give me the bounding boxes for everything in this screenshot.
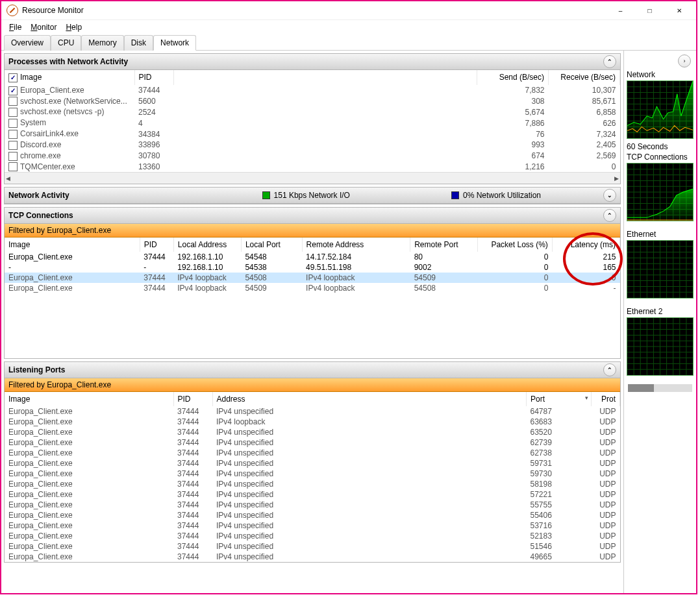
table-row[interactable]: Europa_Client.exe37444IPv4 loopback63683… [5, 417, 620, 427]
graph-label-eth: Ethernet [627, 230, 694, 239]
tcp-graph [627, 163, 694, 221]
checkbox-icon[interactable] [8, 97, 18, 106]
table-row[interactable]: Europa_Client.exe37444IPv4 unspecified52… [5, 531, 620, 541]
checkbox-icon[interactable] [8, 86, 18, 95]
table-row[interactable]: Europa_Client.exe37444IPv4 unspecified55… [5, 510, 620, 520]
table-row[interactable]: Europa_Client.exe37444IPv4 unspecified51… [5, 541, 620, 552]
titlebar[interactable]: Resource Monitor – □ ✕ [1, 1, 696, 20]
legend-dot-green [262, 191, 270, 199]
graph-label-network: Network [627, 70, 694, 79]
table-row[interactable]: Europa_Client.exe37444IPv4 unspecified62… [5, 448, 620, 458]
table-row[interactable]: Europa_Client.exe37444IPv4 unspecified58… [5, 479, 620, 489]
tcp-filter-bar: Filtered by Europa_Client.exe [5, 224, 620, 238]
table-row[interactable]: CorsairLink4.exe34384767,324 [5, 128, 620, 140]
tcp-connections-panel: TCP Connections ⌃ Filtered by Europa_Cli… [4, 207, 621, 359]
graph-label-60s: 60 Seconds [627, 142, 694, 151]
checkbox-all-icon[interactable] [8, 73, 18, 82]
processes-table: Image PID Send (B/sec) Receive (B/sec) E… [5, 70, 620, 172]
tab-disk[interactable]: Disk [124, 35, 153, 51]
right-sidebar: › Network 60 Seconds TCP Connection [623, 51, 696, 593]
table-row[interactable]: svchost.exe (netsvcs -p)25245,6746,858 [5, 106, 620, 117]
checkbox-icon[interactable] [8, 152, 18, 161]
collapse-button[interactable]: ⌃ [603, 209, 616, 222]
ethernet-graph [627, 240, 694, 298]
network-activity-panel: Network Activity 151 Kbps Network I/O 0%… [4, 187, 621, 204]
legend-dot-blue [451, 191, 459, 199]
table-row[interactable]: chrome.exe307806742,569 [5, 151, 620, 162]
close-button[interactable]: ✕ [664, 1, 694, 19]
tab-network[interactable]: Network [153, 35, 196, 51]
listening-ports-table: Image PID Address Port Prot Europa_Clien… [5, 392, 620, 562]
table-row[interactable]: Europa_Client.exe374447,83210,307 [5, 85, 620, 96]
table-row[interactable]: Europa_Client.exe37444IPv4 loopback54508… [5, 273, 620, 283]
tab-strip: Overview CPU Memory Disk Network [1, 34, 696, 51]
resource-monitor-window: Resource Monitor – □ ✕ File Monitor Help… [0, 0, 697, 594]
network-graph [627, 80, 694, 139]
app-icon [6, 5, 18, 16]
left-pane[interactable]: Processes with Network Activity ⌃ Image … [1, 51, 623, 593]
checkbox-icon[interactable] [8, 119, 18, 128]
ethernet2-graph [627, 317, 694, 376]
listening-ports-header[interactable]: Listening Ports ⌃ [5, 362, 620, 378]
checkbox-icon[interactable] [8, 141, 18, 150]
tcp-header[interactable]: TCP Connections ⌃ [5, 208, 620, 224]
table-row[interactable]: TQMCenter.exe133601,2160 [5, 162, 620, 173]
table-row[interactable]: Europa_Client.exe37444IPv4 unspecified62… [5, 437, 620, 448]
table-header-row[interactable]: Image PID Address Port Prot [5, 392, 620, 406]
processes-title: Processes with Network Activity [8, 57, 128, 66]
checkbox-icon[interactable] [8, 162, 18, 171]
maximize-button[interactable]: □ [635, 1, 664, 19]
listening-ports-panel: Listening Ports ⌃ Filtered by Europa_Cli… [4, 361, 621, 563]
checkbox-icon[interactable] [8, 130, 18, 139]
table-header-row[interactable]: Image PID Send (B/sec) Receive (B/sec) [5, 70, 620, 85]
sidebar-scrollbar[interactable] [628, 384, 692, 392]
table-row[interactable]: svchost.exe (NetworkService...560030885,… [5, 96, 620, 107]
horiz-scrollbar[interactable]: ◀▶ [5, 172, 620, 184]
window-title: Resource Monitor [22, 6, 84, 15]
table-row[interactable]: Europa_Client.exe37444IPv4 unspecified64… [5, 406, 620, 417]
processes-header[interactable]: Processes with Network Activity ⌃ [5, 54, 620, 70]
tcp-table: Image PID Local Address Local Port Remot… [5, 238, 620, 293]
table-row[interactable]: Europa_Client.exe37444IPv4 unspecified59… [5, 458, 620, 469]
collapse-button[interactable]: ⌃ [603, 363, 616, 376]
processes-panel: Processes with Network Activity ⌃ Image … [4, 53, 621, 184]
table-row[interactable]: Europa_Client.exe37444IPv4 unspecified53… [5, 520, 620, 531]
table-row[interactable]: Europa_Client.exe37444IPv4 unspecified63… [5, 427, 620, 437]
listen-filter-bar: Filtered by Europa_Client.exe [5, 378, 620, 392]
table-row[interactable]: Europa_Client.exe37444IPv4 unspecified57… [5, 489, 620, 500]
tab-overview[interactable]: Overview [4, 35, 51, 51]
tab-memory[interactable]: Memory [81, 35, 123, 51]
network-activity-header[interactable]: Network Activity 151 Kbps Network I/O 0%… [5, 188, 620, 204]
menu-file[interactable]: File [5, 21, 25, 33]
table-row[interactable]: Europa_Client.exe37444IPv4 unspecified59… [5, 469, 620, 479]
tab-cpu[interactable]: CPU [51, 35, 81, 51]
network-activity-title: Network Activity [8, 191, 69, 200]
listening-ports-title: Listening Ports [8, 365, 65, 374]
menubar: File Monitor Help [1, 20, 696, 34]
checkbox-icon[interactable] [8, 108, 18, 117]
table-row[interactable]: Europa_Client.exe37444IPv4 loopback54509… [5, 283, 620, 293]
menu-help[interactable]: Help [62, 21, 86, 33]
sidebar-collapse-button[interactable]: › [678, 55, 691, 67]
menu-monitor[interactable]: Monitor [27, 21, 60, 33]
table-row[interactable]: Europa_Client.exe37444192.168.1.10545481… [5, 252, 620, 262]
collapse-button[interactable]: ⌃ [603, 55, 616, 68]
graph-label-tcp: TCP Connections [627, 152, 694, 162]
table-row[interactable]: Discord.exe338969932,405 [5, 140, 620, 151]
minimize-button[interactable]: – [606, 1, 635, 19]
table-header-row[interactable]: Image PID Local Address Local Port Remot… [5, 238, 620, 252]
graph-label-eth2: Ethernet 2 [627, 307, 694, 316]
expand-button[interactable]: ⌄ [603, 189, 616, 202]
table-row[interactable]: System47,886626 [5, 117, 620, 128]
tcp-title: TCP Connections [8, 211, 73, 220]
table-row[interactable]: --192.168.1.105453849.51.51.19890020165 [5, 262, 620, 273]
table-row[interactable]: Europa_Client.exe37444IPv4 unspecified49… [5, 552, 620, 562]
table-row[interactable]: Europa_Client.exe37444IPv4 unspecified55… [5, 500, 620, 510]
